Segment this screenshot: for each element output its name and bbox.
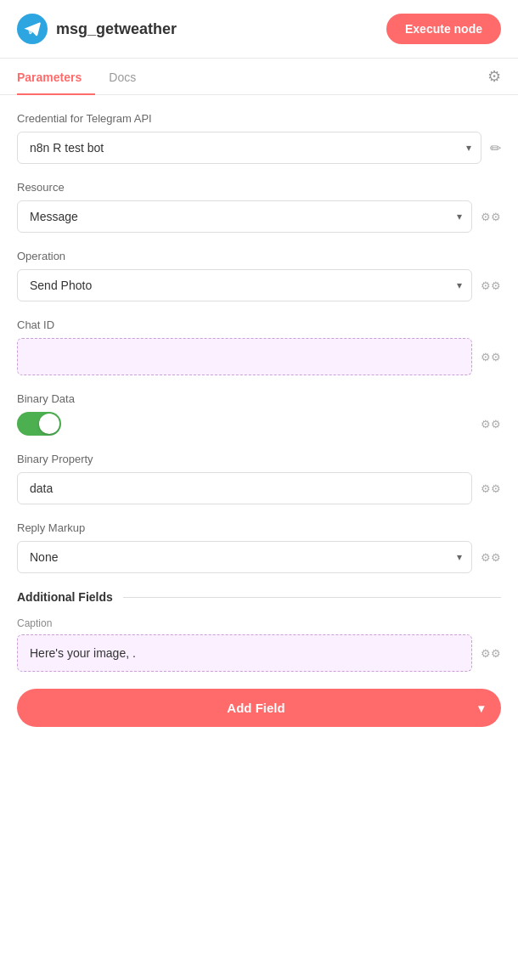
- reply-markup-select-wrapper: None ▾: [17, 541, 472, 573]
- binary-property-field-group: Binary Property ⚙⚙: [17, 453, 501, 504]
- operation-field-row: Send Photo ▾ ⚙⚙: [17, 269, 501, 301]
- chat-id-input[interactable]: [17, 338, 472, 375]
- credential-edit-button[interactable]: ✏: [490, 140, 501, 156]
- binary-property-settings-button[interactable]: ⚙⚙: [481, 482, 501, 495]
- operation-label: Operation: [17, 250, 501, 262]
- resource-label: Resource: [17, 181, 501, 194]
- operation-select[interactable]: Send Photo: [17, 269, 472, 301]
- chat-id-settings-button[interactable]: ⚙⚙: [481, 351, 501, 363]
- pencil-icon: ✏: [490, 140, 501, 156]
- chat-id-field-row: ⚙⚙: [17, 338, 501, 375]
- operation-field-group: Operation Send Photo ▾ ⚙⚙: [17, 250, 501, 301]
- toggle-knob: [39, 414, 59, 434]
- caption-settings-button[interactable]: ⚙⚙: [481, 647, 501, 660]
- content-area: Credential for Telegram API n8n R test b…: [0, 95, 518, 980]
- additional-fields-section: Additional Fields Caption ⚙⚙: [17, 590, 501, 672]
- credential-select[interactable]: n8n R test bot: [17, 132, 481, 164]
- binary-data-toggle-container: [17, 412, 61, 436]
- reply-markup-settings-button[interactable]: ⚙⚙: [481, 551, 501, 564]
- reply-markup-field-row: None ▾ ⚙⚙: [17, 541, 501, 573]
- credential-label: Credential for Telegram API: [17, 112, 501, 125]
- credential-field-row: n8n R test bot ▾ ✏: [17, 132, 501, 164]
- credential-select-wrapper: n8n R test bot ▾: [17, 132, 481, 164]
- telegram-icon: [17, 14, 48, 44]
- binary-data-toggle[interactable]: [17, 412, 61, 436]
- tab-docs[interactable]: Docs: [109, 59, 149, 94]
- add-field-button[interactable]: Add Field ▾: [17, 689, 501, 727]
- chat-id-field-group: Chat ID ⚙⚙: [17, 318, 501, 375]
- resource-select-wrapper: Message ▾: [17, 200, 472, 233]
- binary-property-input[interactable]: [17, 472, 472, 504]
- additional-fields-title: Additional Fields: [17, 590, 113, 604]
- binary-data-settings-button[interactable]: ⚙⚙: [481, 418, 501, 431]
- resource-select[interactable]: Message: [17, 200, 472, 233]
- resource-field-group: Resource Message ▾ ⚙⚙: [17, 181, 501, 233]
- resource-field-row: Message ▾ ⚙⚙: [17, 200, 501, 233]
- header: msg_getweather Execute node: [0, 0, 518, 59]
- tab-parameters[interactable]: Parameters: [17, 59, 95, 94]
- execute-node-button[interactable]: Execute node: [386, 14, 501, 44]
- binary-data-field-group: Binary Data ⚙⚙: [17, 392, 501, 436]
- page-title: msg_getweather: [56, 20, 177, 38]
- operation-settings-button[interactable]: ⚙⚙: [481, 279, 501, 292]
- tabs-bar: Parameters Docs ⚙: [0, 59, 518, 95]
- reply-markup-select[interactable]: None: [17, 541, 472, 573]
- caption-field-group: Caption ⚙⚙: [17, 617, 501, 672]
- chat-id-label: Chat ID: [17, 318, 501, 331]
- operation-select-wrapper: Send Photo ▾: [17, 269, 472, 301]
- binary-data-field-row: ⚙⚙: [17, 412, 501, 436]
- reply-markup-field-group: Reply Markup None ▾ ⚙⚙: [17, 521, 501, 573]
- add-field-label: Add Field: [34, 701, 478, 715]
- header-left: msg_getweather: [17, 14, 177, 44]
- binary-property-field-row: ⚙⚙: [17, 472, 501, 504]
- reply-markup-label: Reply Markup: [17, 521, 501, 534]
- additional-fields-header: Additional Fields: [17, 590, 501, 604]
- caption-label: Caption: [17, 617, 501, 629]
- resource-settings-button[interactable]: ⚙⚙: [481, 211, 501, 223]
- binary-data-label: Binary Data: [17, 392, 501, 405]
- settings-gear-icon[interactable]: ⚙: [487, 67, 501, 86]
- credential-field-group: Credential for Telegram API n8n R test b…: [17, 112, 501, 164]
- add-field-chevron-icon: ▾: [478, 701, 484, 715]
- binary-property-label: Binary Property: [17, 453, 501, 465]
- caption-input[interactable]: [17, 634, 472, 672]
- additional-fields-divider: [123, 597, 501, 598]
- caption-field-row: ⚙⚙: [17, 634, 501, 672]
